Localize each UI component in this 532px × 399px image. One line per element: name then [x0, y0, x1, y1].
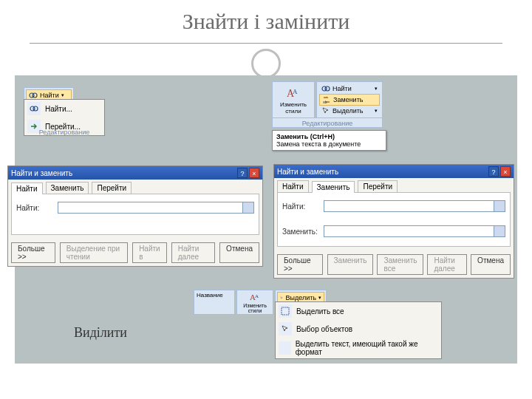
find-button-label: Найти	[40, 92, 59, 99]
styles-icon: AA	[285, 85, 301, 101]
svg-point-7	[325, 86, 330, 91]
replace-label: Заменить:	[282, 228, 319, 236]
replace-dialog-title: Найти и заменить	[277, 168, 338, 176]
chevron-down-icon: ▾	[61, 92, 64, 98]
tab-find[interactable]: Найти	[11, 183, 43, 194]
replace-dialog-titlebar: Найти и заменить ? ×	[274, 165, 514, 178]
findnext-button[interactable]: Найти далее	[171, 242, 215, 263]
cancel-button[interactable]: Отмена	[219, 242, 259, 263]
select-all-icon	[281, 307, 290, 316]
menu-item-select-similar-label: Выделить текст, имеющий такой же формат	[296, 340, 435, 356]
ribbon-replace-label: Заменить	[333, 96, 363, 103]
replace-button[interactable]: Заменить	[327, 254, 374, 275]
tooltip-title: Заменить (Ctrl+H)	[276, 133, 382, 140]
replace-dialog-buttons: Больше >> Заменить Заменить все Найти да…	[274, 250, 514, 278]
editing-group: Найти ▾ ab Заменить Выделить ▾	[316, 81, 383, 118]
styles-icon: AA	[249, 291, 261, 303]
menu-item-find[interactable]: Найти...	[24, 100, 104, 117]
find-dialog-titlebar: Найти и заменить ? ×	[8, 166, 262, 180]
title-rule	[30, 43, 502, 44]
slide-title: Знайти і замінити	[0, 9, 532, 34]
chevron-down-icon: ▾	[318, 295, 321, 301]
caption-select: Виділити	[74, 325, 127, 341]
replace-input[interactable]	[324, 225, 505, 237]
close-button[interactable]: ×	[500, 166, 511, 177]
style-name-label: Название	[197, 292, 232, 299]
title-circle-ornament	[251, 49, 281, 78]
replace-tooltip: Заменить (Ctrl+H) Замена текста в докуме…	[272, 130, 386, 151]
replaceall-button[interactable]: Заменить все	[377, 254, 423, 275]
find-dialog-tabs: Найти Заменить Перейти	[8, 180, 262, 194]
tab-replace[interactable]: Заменить	[46, 182, 89, 194]
find-label: Найти:	[282, 202, 319, 211]
change-styles-label-bottom: Изменить стили	[239, 303, 271, 313]
svg-text:A: A	[293, 88, 298, 95]
close-button[interactable]: ×	[249, 168, 259, 178]
replace-dialog-tabs: Найти Заменить Перейти	[274, 178, 514, 192]
find-dialog-body: Найти:	[11, 194, 259, 235]
findin-button[interactable]: Найти в	[132, 242, 167, 263]
tab-goto[interactable]: Перейти	[358, 180, 398, 192]
findnext-button[interactable]: Найти далее	[427, 254, 467, 275]
chevron-down-icon: ▾	[375, 108, 378, 114]
menu-item-select-all[interactable]: Выделить все	[276, 302, 441, 320]
find-input[interactable]	[324, 200, 505, 212]
svg-text:A: A	[255, 293, 259, 299]
help-button[interactable]: ?	[488, 166, 499, 177]
help-button[interactable]: ?	[237, 168, 248, 178]
tab-find[interactable]: Найти	[277, 180, 309, 192]
ribbon-select-button[interactable]: Выделить ▾	[319, 106, 380, 116]
cancel-button[interactable]: Отмена	[471, 254, 511, 275]
ribbon-group-label-left: Редактирование	[24, 127, 105, 136]
menu-item-select-similar[interactable]: Выделить текст, имеющий такой же формат	[276, 338, 441, 358]
chevron-down-icon: ▾	[375, 86, 378, 92]
find-dialog-buttons: Больше >> Выделение при чтении Найти в Н…	[8, 238, 262, 266]
svg-point-1	[33, 93, 37, 98]
svg-text:ab: ab	[323, 100, 327, 104]
find-input[interactable]	[58, 202, 254, 214]
tooltip-body: Замена текста в документе	[276, 140, 382, 148]
cursor-icon	[281, 324, 290, 333]
menu-item-find-label: Найти...	[45, 105, 72, 113]
replace-dialog: Найти и заменить ? × Найти Заменить Пере…	[273, 164, 514, 279]
find-label: Найти:	[16, 204, 53, 212]
ribbon-group-label-right: Редактирование	[272, 118, 383, 128]
slide: Знайти і замінити Найти ▾ Найти... Перей…	[0, 0, 532, 399]
highlight-button[interactable]: Выделение при чтении	[60, 242, 128, 263]
change-styles-label: Изменить стили	[274, 101, 313, 115]
more-button[interactable]: Больше >>	[11, 242, 55, 263]
more-button[interactable]: Больше >>	[277, 254, 323, 275]
find-dialog-title: Найти и заменить	[11, 169, 72, 177]
svg-rect-11	[282, 307, 289, 315]
ribbon-select-label: Выделить	[332, 107, 364, 115]
replace-dialog-body: Найти: Заменить:	[277, 192, 511, 247]
binoculars-icon	[321, 84, 330, 93]
change-styles-button[interactable]: AA Изменить стили	[272, 81, 315, 118]
style-name-box[interactable]: Название	[194, 290, 235, 315]
svg-point-3	[33, 106, 38, 111]
select-button-label: Выделить	[285, 294, 316, 301]
change-styles-button-bottom[interactable]: AA Изменить стили	[236, 290, 273, 315]
ribbon-find-label: Найти	[332, 85, 352, 92]
binoculars-icon	[30, 104, 38, 113]
tab-replace[interactable]: Заменить	[312, 181, 355, 193]
menu-item-select-all-label: Выделить все	[296, 307, 344, 316]
find-dialog: Найти и заменить ? × Найти Заменить Пере…	[7, 166, 263, 267]
tab-goto[interactable]: Перейти	[92, 182, 132, 194]
select-dropdown-menu: Выделить все Выбор объектов Выделить тек…	[275, 301, 442, 359]
ribbon-replace-button[interactable]: ab Заменить	[319, 94, 380, 106]
cursor-icon	[321, 106, 330, 115]
menu-item-select-objects[interactable]: Выбор объектов	[276, 320, 441, 338]
ribbon-find-button[interactable]: Найти ▾	[319, 83, 380, 94]
replace-icon: ab	[322, 95, 331, 104]
menu-item-select-objects-label: Выбор объектов	[296, 325, 352, 333]
